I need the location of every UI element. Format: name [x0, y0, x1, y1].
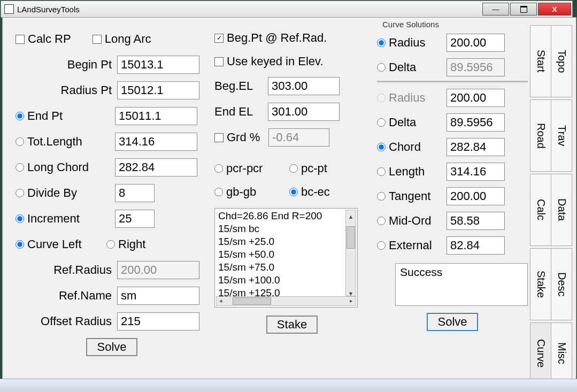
status-message: Success [395, 263, 528, 306]
g2-delta-radio[interactable]: Delta [377, 116, 447, 129]
tab-calc[interactable]: Calc [530, 174, 551, 246]
g2-midord-field[interactable] [447, 212, 505, 230]
close-button[interactable]: X [538, 3, 571, 16]
end-el-label: End EL [214, 105, 268, 119]
scroll-left-icon[interactable]: ◂ [217, 297, 225, 305]
g2-delta-label: Delta [389, 116, 416, 129]
g2-tangent-label: Tangent [389, 189, 430, 203]
g1-radius-field[interactable] [447, 34, 505, 52]
solve-button-left[interactable]: Solve [86, 338, 137, 356]
g2-length-field[interactable] [447, 163, 505, 181]
g2-chord-label: Chord [389, 140, 421, 154]
g2-chord-field[interactable] [447, 138, 505, 156]
list-item: 15/sm +100.0 [218, 274, 354, 287]
use-elev-checkbox[interactable] [214, 57, 224, 66]
long-arc-checkbox[interactable] [93, 35, 102, 44]
end-el-field[interactable] [268, 103, 340, 121]
tab-desc[interactable]: Desc [551, 248, 572, 320]
tab-misc[interactable]: Misc [551, 322, 572, 384]
list-vscroll-thumb[interactable] [347, 226, 355, 249]
tab-topo[interactable]: Topo [551, 25, 572, 97]
list-item: 15/sm +25.0 [218, 235, 354, 248]
increment-radio[interactable]: Increment [16, 212, 115, 226]
curve-right-radio[interactable]: Right [106, 237, 145, 251]
beg-el-label: Beg.EL [214, 79, 268, 93]
calc-rp-label: Calc RP [28, 32, 71, 46]
tab-trav[interactable]: Trav [551, 99, 572, 172]
scroll-up-icon[interactable]: ▲ [346, 210, 356, 219]
beg-pt-ref-label: Beg.Pt @ Ref.Rad. [227, 31, 327, 45]
increment-label: Increment [27, 212, 80, 226]
tab-start[interactable]: Start [530, 25, 551, 97]
g2-chord-radio[interactable]: Chord [377, 140, 447, 154]
g2-external-field[interactable] [447, 236, 505, 255]
beg-el-field[interactable] [268, 77, 340, 95]
tab-curve[interactable]: Curve [530, 322, 551, 384]
begin-pt-label: Begin Pt [16, 58, 112, 72]
ref-name-field[interactable] [117, 287, 199, 305]
radius-pt-field[interactable] [117, 81, 199, 99]
g2-radius-field[interactable] [447, 89, 505, 107]
list-item: 15/sm bc [218, 222, 354, 235]
client-area: Calc RP Long Arc Begin Pt Radius Pt End … [2, 17, 576, 380]
scroll-down-icon[interactable]: ▼ [346, 287, 356, 296]
tab-data[interactable]: Data [551, 174, 572, 246]
use-elev-label: Use keyed in Elev. [227, 55, 324, 68]
increment-field[interactable] [115, 210, 155, 228]
tot-length-radio[interactable]: Tot.Length [16, 135, 115, 149]
end-pt-field[interactable] [115, 107, 197, 125]
divide-by-radio[interactable]: Divide By [16, 186, 115, 200]
radius-pt-label: Radius Pt [16, 83, 112, 97]
ref-name-label: Ref.Name [16, 289, 112, 303]
g2-radius-radio[interactable]: Radius [377, 91, 447, 105]
grd-checkbox[interactable] [214, 133, 224, 142]
g1-delta-field [447, 58, 505, 76]
g2-midord-radio[interactable]: Mid-Ord [377, 214, 447, 228]
end-pt-radio[interactable]: End Pt [16, 109, 115, 123]
grd-field [268, 128, 329, 147]
list-item: 15/sm +50.0 [218, 248, 354, 261]
pcr-pcr-label: pcr-pcr [226, 162, 263, 175]
list-hscrollbar[interactable]: ◂ ▸ [216, 296, 356, 306]
divide-by-field[interactable] [115, 184, 155, 202]
long-chord-field[interactable] [115, 158, 197, 176]
tab-stake[interactable]: Stake [530, 248, 551, 320]
minimize-button[interactable]: — [482, 3, 509, 16]
g2-tangent-field[interactable] [447, 187, 505, 205]
long-chord-radio[interactable]: Long Chord [16, 160, 115, 174]
bc-ec-radio[interactable]: bc-ec [289, 185, 330, 199]
g2-tangent-radio[interactable]: Tangent [377, 189, 447, 203]
curve-left-radio[interactable]: Curve Left [16, 237, 106, 251]
calc-rp-checkbox[interactable] [16, 35, 25, 44]
offset-radius-label: Offset Radius [16, 314, 112, 328]
list-hscroll-thumb[interactable] [233, 297, 271, 305]
offset-radius-field[interactable] [117, 312, 199, 330]
begin-pt-field[interactable] [117, 56, 199, 74]
g2-external-label: External [389, 239, 432, 252]
stake-list[interactable]: Chd=26.86 End R=200 15/sm bc 15/sm +25.0… [214, 208, 358, 308]
scroll-right-icon[interactable]: ▸ [347, 297, 356, 305]
g1-delta-radio[interactable]: Delta [377, 60, 447, 74]
g1-radius-radio[interactable]: Radius [377, 36, 447, 50]
g2-delta-field[interactable] [447, 113, 505, 132]
curve-right-label: Right [118, 237, 145, 251]
window-title: LAndSurveyTools [17, 5, 80, 14]
stake-button[interactable]: Stake [266, 316, 318, 334]
maximize-button[interactable] [510, 3, 537, 16]
pc-pt-radio[interactable]: pc-pt [289, 162, 327, 175]
g2-external-radio[interactable]: External [377, 239, 447, 252]
g2-length-radio[interactable]: Length [377, 165, 447, 179]
taskbar [0, 379, 577, 392]
g2-radius-label: Radius [389, 91, 425, 105]
list-vscrollbar[interactable]: ▲ ▼ [345, 210, 356, 296]
pc-pt-label: pc-pt [301, 162, 327, 175]
list-item: 15/sm +75.0 [218, 261, 354, 274]
gb-gb-radio[interactable]: gb-gb [214, 185, 289, 199]
ref-radius-label: Ref.Radius [16, 263, 112, 277]
tab-road[interactable]: Road [530, 99, 551, 172]
pcr-pcr-radio[interactable]: pcr-pcr [214, 162, 289, 175]
beg-pt-ref-checkbox[interactable] [214, 34, 224, 43]
solve-button-right[interactable]: Solve [427, 313, 478, 331]
list-item: Chd=26.86 End R=200 [218, 210, 354, 222]
tot-length-field[interactable] [115, 133, 197, 151]
